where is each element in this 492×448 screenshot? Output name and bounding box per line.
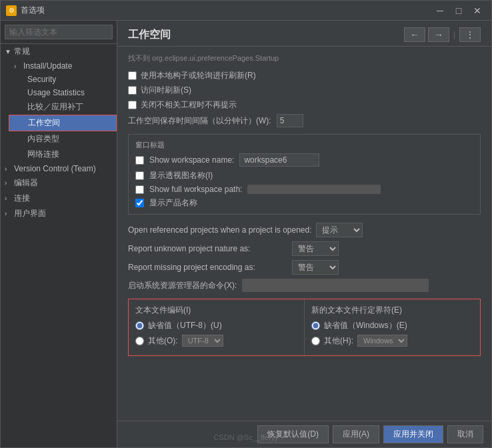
- checkbox-auto-refresh[interactable]: [128, 71, 137, 80]
- preferences-window: ⚙ 首选项 ─ □ ✕ ▼ 常规 › Install/Update: [0, 0, 492, 448]
- checkbox-label-auto-access: 访问时刷新(S): [141, 85, 191, 96]
- apply-close-button[interactable]: 应用并关闭: [383, 425, 443, 443]
- title-controls: ─ □ ✕: [431, 3, 486, 18]
- sidebar: ▼ 常规 › Install/Update Security Usage Sta…: [1, 21, 117, 447]
- checkbox-show-workspace-name[interactable]: [135, 156, 144, 165]
- label-show-full-path: Show full workspace path:: [149, 185, 242, 194]
- sidebar-item-general[interactable]: ▼ 常规: [1, 44, 117, 59]
- sidebar-label-connect: 连接: [14, 193, 30, 204]
- open-referenced-select[interactable]: 提示: [316, 223, 363, 237]
- checkbox-label-auto-refresh: 使用本地构子或轮询进行刷新(R): [141, 70, 256, 81]
- more-button[interactable]: ⋮: [459, 27, 481, 42]
- workspace-name-input[interactable]: [239, 153, 319, 167]
- sidebar-item-network[interactable]: 网络连接: [9, 147, 117, 162]
- other-line-ending-select[interactable]: Windows: [357, 335, 407, 347]
- apply-button[interactable]: 应用(A): [333, 425, 379, 443]
- show-product-name-row: 显示产品名称: [135, 197, 473, 209]
- other-line-ending-label: 其他(H):: [324, 335, 353, 347]
- label-show-product-name: 显示产品名称: [149, 197, 197, 209]
- radio-other-line-ending[interactable]: [311, 337, 320, 345]
- other-line-ending-row: 其他(H): Windows: [311, 335, 473, 347]
- main-content: 找不到 org.eclipse.ui.preferencePages.Start…: [117, 47, 491, 421]
- radio-other-encoding[interactable]: [135, 337, 144, 345]
- main-header: 工作空间 ← → | ⋮: [117, 21, 491, 47]
- window-title-section: 窗口标题 Show workspace name: 显示透视图名称(I) Sho…: [128, 134, 481, 215]
- sidebar-item-install-update[interactable]: › Install/Update: [9, 59, 117, 73]
- other-encoding-select[interactable]: UTF-8: [182, 335, 223, 347]
- sidebar-item-editor[interactable]: › 编辑器: [1, 175, 117, 191]
- toolbar-separator: |: [453, 30, 455, 39]
- sidebar-label-content-type: 内容类型: [27, 134, 59, 143]
- page-title: 工作空间: [128, 28, 171, 42]
- sidebar-label-security: Security: [27, 75, 56, 84]
- label-show-workspace-name: Show workspace name:: [149, 155, 234, 165]
- unknown-nature-select[interactable]: 警告: [292, 241, 339, 256]
- radio-default-line-ending[interactable]: [311, 321, 320, 330]
- search-input[interactable]: [5, 25, 113, 39]
- sidebar-item-compare-apply[interactable]: 比较／应用补丁: [9, 99, 117, 115]
- checkbox-show-full-path[interactable]: [135, 185, 144, 194]
- checkbox-auto-access[interactable]: [128, 86, 137, 95]
- default-line-ending-label: 缺省值（Windows）(E): [324, 320, 407, 331]
- sidebar-item-content-type[interactable]: 内容类型: [9, 131, 117, 147]
- checkbox-row-auto-refresh: 使用本地构子或轮询进行刷新(R): [128, 70, 481, 81]
- minimize-button[interactable]: ─: [431, 3, 449, 18]
- default-line-ending-row: 缺省值（Windows）(E): [311, 320, 473, 331]
- unknown-nature-row: Report unknown project nature as: 警告: [128, 241, 481, 256]
- checkbox-show-product-name[interactable]: [135, 199, 144, 207]
- window-title: 首选项: [21, 5, 45, 16]
- bottom-bar: 恢复默认值(D) 应用(A) 应用并关闭 取消: [117, 421, 491, 447]
- encoding-section: 文本文件编码(I) 缺省值（UTF-8）(U) 其他(O): UTF-8: [128, 299, 481, 356]
- sidebar-item-workspace[interactable]: 工作空间: [9, 115, 117, 131]
- title-bar-left: ⚙ 首选项: [6, 5, 45, 16]
- cancel-button[interactable]: 取消: [447, 425, 483, 443]
- cmd-value-blurred: [242, 279, 429, 292]
- checkbox-show-view-name[interactable]: [135, 171, 144, 180]
- sidebar-item-ui[interactable]: › 用户界面: [1, 206, 117, 221]
- maximize-button[interactable]: □: [450, 3, 467, 18]
- sidebar-item-version-control[interactable]: › Version Control (Team): [1, 162, 117, 175]
- cmd-label: 启动系统资源管理器的命令(X):: [128, 280, 237, 291]
- save-interval-row: 工作空间保存时间间隔（以分钟计）(W):: [128, 114, 481, 127]
- back-button[interactable]: ←: [404, 27, 425, 42]
- default-encoding-row: 缺省值（UTF-8）(U): [135, 320, 297, 331]
- show-workspace-name-row: Show workspace name:: [135, 153, 473, 167]
- missing-encoding-row: Report missing project encoding as: 警告: [128, 260, 481, 275]
- search-box: [1, 21, 117, 44]
- window-title-section-label: 窗口标题: [135, 140, 165, 150]
- checkbox-row-close-unrelated: 关闭不相关工程时不再提示: [128, 99, 481, 111]
- toolbar-right: ← → | ⋮: [404, 27, 481, 42]
- radio-default-encoding[interactable]: [135, 321, 144, 330]
- sidebar-label-install-update: Install/Update: [23, 61, 72, 71]
- sidebar-item-security[interactable]: Security: [9, 73, 117, 86]
- show-view-name-row: 显示透视图名称(I): [135, 170, 473, 181]
- sidebar-label-compare-apply: 比较／应用补丁: [27, 102, 83, 111]
- checkbox-close-unrelated[interactable]: [128, 101, 137, 109]
- cmd-row: 启动系统资源管理器的命令(X):: [128, 279, 481, 292]
- main-panel: 工作空间 ← → | ⋮ 找不到 org.eclipse.ui.preferen…: [117, 21, 491, 447]
- forward-button[interactable]: →: [428, 27, 449, 42]
- sidebar-label-ui: 用户界面: [14, 208, 46, 219]
- line-ending-title: 新的文本文件行定界符(E): [311, 305, 473, 316]
- save-interval-label: 工作空间保存时间间隔（以分钟计）(W):: [128, 115, 271, 127]
- open-referenced-label: Open referenced projects when a project …: [128, 225, 312, 235]
- sidebar-item-connect[interactable]: › 连接: [1, 191, 117, 206]
- chevron-icon: ›: [14, 63, 22, 70]
- restore-defaults-button[interactable]: 恢复默认值(D): [257, 425, 329, 443]
- chevron-icon: ›: [5, 179, 13, 187]
- save-interval-input[interactable]: [277, 114, 303, 127]
- missing-encoding-select[interactable]: 警告: [292, 260, 339, 275]
- chevron-icon: ›: [5, 195, 13, 202]
- chevron-icon: ›: [5, 210, 13, 217]
- sidebar-label-version-control: Version Control (Team): [14, 164, 96, 173]
- label-show-view-name: 显示透视图名称(I): [149, 170, 213, 181]
- sidebar-label-editor: 编辑器: [14, 177, 38, 189]
- sidebar-item-usage-statistics[interactable]: Usage Statistics: [9, 86, 117, 99]
- checkbox-row-auto-access: 访问时刷新(S): [128, 85, 481, 96]
- checkbox-label-close-unrelated: 关闭不相关工程时不再提示: [141, 99, 237, 111]
- missing-encoding-label: Report missing project encoding as:: [128, 263, 288, 272]
- sidebar-label-general: 常规: [14, 46, 30, 57]
- sidebar-label-usage-statistics: Usage Statistics: [27, 88, 85, 97]
- window-title-header-row: 窗口标题: [135, 140, 473, 150]
- close-button[interactable]: ✕: [469, 3, 486, 18]
